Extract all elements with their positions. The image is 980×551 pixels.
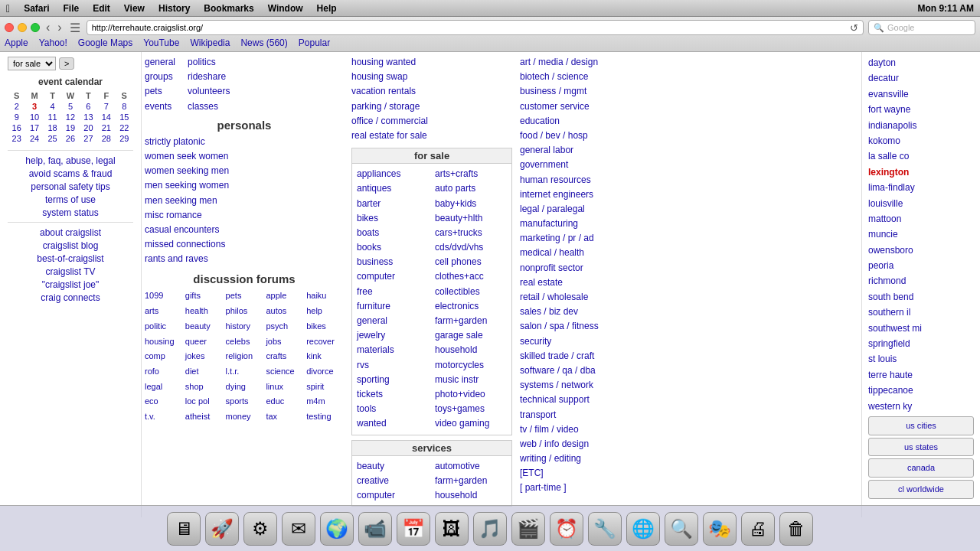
fs-photo[interactable]: photo+video (435, 387, 507, 402)
personals-msm[interactable]: men seeking men (145, 194, 344, 208)
job-internet[interactable]: internet engineers (520, 187, 662, 202)
fs-cds[interactable]: cds/dvd/vhs (435, 240, 507, 255)
fs-computer[interactable]: computer (357, 269, 429, 284)
job-skilled[interactable]: skilled trade / craft (520, 349, 662, 364)
fs-sporting[interactable]: sporting (357, 373, 429, 387)
forward-button[interactable]: › (56, 21, 63, 34)
city-lexington[interactable]: lexington (868, 165, 974, 180)
dock-itunes[interactable]: 🎵 (473, 512, 507, 546)
forum-spirit[interactable]: spirit (306, 380, 344, 394)
city-muncie[interactable]: muncie (868, 227, 974, 242)
back-button[interactable]: ‹ (44, 21, 51, 34)
forum-pets[interactable]: pets (226, 289, 263, 303)
link-about[interactable]: about craigslist (8, 227, 133, 238)
community-classes[interactable]: classes (188, 99, 230, 114)
job-biotech[interactable]: biotech / science (520, 70, 662, 84)
dock-system-prefs[interactable]: ⚙ (243, 512, 277, 546)
fs-bikes[interactable]: bikes (357, 211, 429, 226)
file-menu[interactable]: File (63, 3, 79, 14)
fs-tickets[interactable]: tickets (357, 387, 429, 402)
fs-household[interactable]: household (435, 343, 507, 357)
fs-jewelry[interactable]: jewelry (357, 328, 429, 343)
link-system-status[interactable]: system status (8, 207, 133, 218)
city-terre-haute[interactable]: terre haute (868, 367, 974, 383)
city-western-ky[interactable]: western ky (868, 399, 974, 414)
personals-missed[interactable]: missed connections (145, 237, 344, 252)
personals-wsw[interactable]: women seek women (145, 149, 344, 164)
forum-history[interactable]: history (226, 319, 263, 334)
job-web[interactable]: web / info design (520, 437, 662, 452)
fs-motorcycles[interactable]: motorcycles (435, 358, 507, 373)
housing-parking[interactable]: parking / storage (351, 99, 512, 114)
forum-autos[interactable]: autos (266, 304, 303, 318)
fs-cars[interactable]: cars+trucks (435, 226, 507, 240)
job-nonprofit[interactable]: nonprofit sector (520, 261, 662, 276)
city-la-salle[interactable]: la salle co (868, 148, 974, 164)
go-button[interactable]: > (59, 57, 74, 70)
fs-music[interactable]: music instr (435, 373, 507, 387)
community-general[interactable]: general (145, 55, 175, 70)
city-southern-il[interactable]: southern il (868, 305, 974, 320)
forum-diet[interactable]: diet (185, 364, 223, 379)
forum-psych[interactable]: psych (266, 319, 303, 334)
forum-m4m[interactable]: m4m (306, 394, 344, 409)
job-sales[interactable]: sales / biz dev (520, 305, 662, 319)
forum-ltr[interactable]: l.t.r. (226, 364, 263, 379)
dock-trash[interactable]: 🗑 (779, 512, 813, 546)
forum-celebs[interactable]: celebs (226, 334, 263, 349)
forum-linux[interactable]: linux (266, 380, 303, 394)
dock-chrome[interactable]: 🌐 (626, 512, 660, 546)
link-help-faq[interactable]: help, faq, abuse, legal (8, 155, 133, 166)
fs-farm[interactable]: farm+garden (435, 314, 507, 328)
forum-divorce[interactable]: divorce (306, 364, 344, 379)
city-mattoon[interactable]: mattoon (868, 211, 974, 227)
minimize-button[interactable] (18, 23, 27, 32)
job-marketing[interactable]: marketing / pr / ad (520, 231, 662, 246)
maximize-button[interactable] (31, 23, 40, 32)
forum-1099[interactable]: 1099 (145, 289, 182, 303)
job-business[interactable]: business / mgmt (520, 84, 662, 99)
forum-atheist[interactable]: atheist (185, 409, 223, 424)
fs-books[interactable]: books (357, 240, 429, 255)
dock-search[interactable]: 🔍 (665, 512, 698, 546)
link-avoid-scams[interactable]: avoid scams & fraud (8, 168, 133, 179)
forum-health[interactable]: health (185, 304, 223, 318)
fs-barter[interactable]: barter (357, 197, 429, 211)
community-volunteers[interactable]: volunteers (188, 84, 230, 99)
community-rideshare[interactable]: rideshare (188, 70, 230, 84)
history-menu[interactable]: History (158, 3, 190, 14)
forum-tv[interactable]: t.v. (145, 409, 182, 424)
city-dayton[interactable]: dayton (868, 55, 974, 70)
help-menu[interactable]: Help (317, 3, 337, 14)
city-southwest-mi[interactable]: southwest mi (868, 321, 974, 336)
city-fort-wayne[interactable]: fort wayne (868, 102, 974, 117)
link-best-of[interactable]: best-of-craigslist (8, 253, 133, 264)
fs-wanted[interactable]: wanted (357, 416, 429, 431)
svc-household[interactable]: household (435, 488, 507, 503)
forum-religion[interactable]: religion (226, 349, 263, 364)
fs-appliances[interactable]: appliances (357, 167, 429, 181)
job-retail[interactable]: retail / wholesale (520, 290, 662, 305)
bookmark-popular[interactable]: Popular (299, 37, 330, 48)
forum-crafts[interactable]: crafts (266, 349, 303, 364)
forum-recover[interactable]: recover (306, 334, 344, 349)
city-south-bend[interactable]: south bend (868, 289, 974, 305)
city-decatur[interactable]: decatur (868, 70, 974, 86)
personals-platonic[interactable]: strictly platonic (145, 135, 344, 149)
dock-dvd[interactable]: 🎬 (511, 512, 545, 546)
safari-menu[interactable]: Safari (24, 3, 49, 14)
housing-wanted[interactable]: housing wanted (351, 55, 512, 70)
forum-politic[interactable]: politic (145, 319, 182, 334)
fs-cellphones[interactable]: cell phones (435, 255, 507, 269)
fs-toys[interactable]: toys+games (435, 402, 507, 416)
reload-button[interactable]: ↺ (850, 22, 858, 34)
link-personal-safety[interactable]: personal safety tips (8, 181, 133, 192)
forum-jokes[interactable]: jokes (185, 349, 223, 364)
city-kokomo[interactable]: kokomo (868, 133, 974, 148)
city-owensboro[interactable]: owensboro (868, 243, 974, 258)
personals-casual[interactable]: casual encounters (145, 223, 344, 237)
us-cities-button[interactable]: us cities (868, 416, 974, 435)
job-food[interactable]: food / bev / hosp (520, 129, 662, 143)
bookmark-apple[interactable]: Apple (5, 37, 28, 48)
forum-sports[interactable]: sports (226, 394, 263, 409)
